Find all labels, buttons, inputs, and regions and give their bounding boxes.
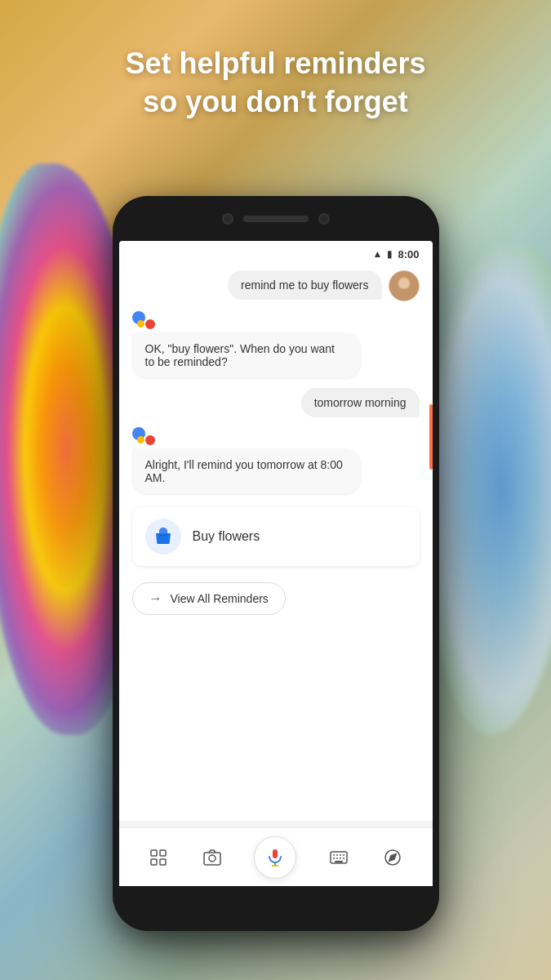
user-message-row-2: tomorrow morning: [132, 388, 420, 417]
svg-rect-6: [160, 850, 166, 856]
status-bar: ▲ ▮ 8:00: [119, 241, 433, 264]
assistant-response-row-1: OK, "buy flowers". When do you want to b…: [132, 311, 420, 378]
phone-screen: ▲ ▮ 8:00 remind me to buy flowers: [119, 241, 433, 886]
scroll-indicator: [429, 404, 433, 470]
user-message-row-1: remind me to buy flowers: [132, 270, 420, 301]
svg-rect-11: [273, 849, 278, 858]
assistant-response-row-2: Alright, I'll remind you tomorrow at 8:0…: [132, 427, 420, 494]
nav-icon-camera[interactable]: [201, 846, 224, 869]
reminder-card-icon: [145, 519, 181, 555]
view-all-reminders-button[interactable]: → View All Reminders: [132, 582, 286, 615]
svg-point-3: [398, 278, 409, 289]
svg-rect-7: [151, 859, 157, 865]
phone-bottom-bar: [113, 886, 439, 931]
nav-icon-keyboard[interactable]: [327, 846, 350, 869]
reminder-card-title: Buy flowers: [193, 529, 260, 544]
nav-icon-home[interactable]: [147, 846, 170, 869]
phone-frame: ▲ ▮ 8:00 remind me to buy flowers: [113, 196, 439, 931]
reminder-card: Buy flowers: [132, 507, 420, 566]
front-camera-left: [222, 213, 233, 225]
clock: 8:00: [398, 248, 419, 261]
svg-rect-4: [158, 533, 169, 544]
bottom-navigation: [119, 827, 433, 886]
assistant-icon-2: [132, 427, 155, 445]
page-title: Set helpful reminders so you don't forge…: [0, 45, 551, 122]
signal-icon: ▲: [373, 248, 383, 260]
mic-button[interactable]: [254, 836, 296, 879]
user-avatar: [389, 270, 420, 301]
svg-rect-8: [160, 859, 166, 865]
svg-rect-5: [151, 850, 157, 856]
assistant-message-2: Alright, I'll remind you tomorrow at 8:0…: [132, 448, 361, 494]
battery-icon: ▮: [387, 248, 393, 260]
arrow-icon: →: [149, 591, 162, 606]
nav-icon-compass[interactable]: [381, 846, 404, 869]
view-all-label: View All Reminders: [171, 592, 269, 605]
svg-point-10: [209, 855, 216, 862]
assistant-icon-1: [132, 311, 155, 329]
front-camera-right: [318, 213, 330, 225]
phone-speaker: [243, 216, 309, 222]
user-message-1: remind me to buy flowers: [228, 270, 381, 300]
user-message-2: tomorrow morning: [301, 388, 420, 417]
assistant-message-1: OK, "buy flowers". When do you want to b…: [132, 332, 361, 378]
phone-top-bar: [113, 196, 439, 241]
chat-area: remind me to buy flowers: [119, 264, 433, 821]
